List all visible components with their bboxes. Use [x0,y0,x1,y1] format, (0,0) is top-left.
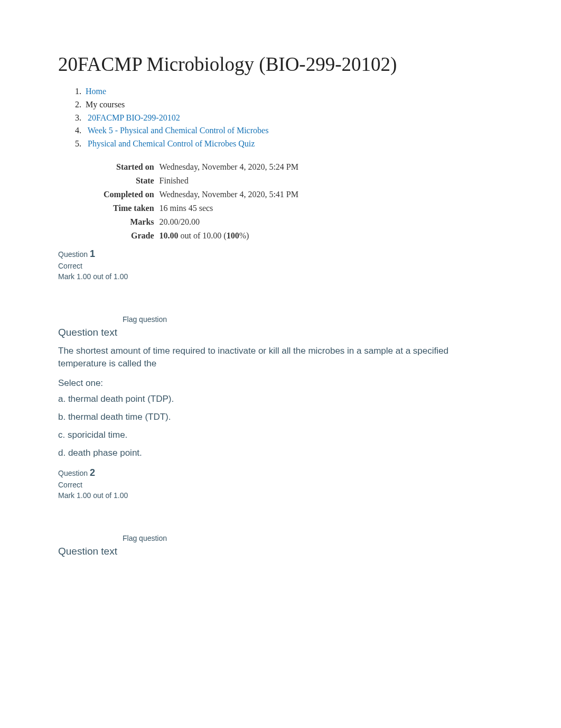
question-options: a. thermal death point (TDP). b. thermal… [58,394,503,458]
question-meta: Question 1 Correct Mark 1.00 out of 1.00 [58,247,503,282]
summary-row: Completed on Wednesday, November 4, 2020… [104,188,298,201]
summary-value: Finished [160,174,298,188]
question-state: Correct [58,481,82,489]
flag-question-link[interactable]: Flag question [123,315,167,324]
question-state: Correct [58,262,82,270]
breadcrumb-link-course[interactable]: 20FACMP BIO-299-20102 [88,113,180,122]
question-text-heading: Question text [58,546,503,557]
question-mark: Mark 1.00 out of 1.00 [58,272,128,281]
summary-value: Wednesday, November 4, 2020, 5:41 PM [160,188,298,201]
summary-value: 16 mins 45 secs [160,201,298,215]
summary-label: State [104,174,160,188]
breadcrumb: Home My courses 20FACMP BIO-299-20102 We… [70,85,503,151]
breadcrumb-item: Physical and Chemical Control of Microbe… [83,137,503,151]
breadcrumb-item: My courses [83,98,503,112]
breadcrumb-link-home[interactable]: Home [86,87,106,96]
question-text-heading: Question text [58,327,503,338]
breadcrumb-text-mycourses: My courses [86,100,125,109]
question-number: 2 [90,467,95,478]
summary-value-grade: 10.00 out of 10.00 (100%) [160,229,298,243]
breadcrumb-item: Home [83,85,503,98]
breadcrumb-item: 20FACMP BIO-299-20102 [83,112,503,125]
course-title: 20FACMP Microbiology (BIO-299-20102) [58,53,503,76]
question-number: 1 [90,248,95,259]
summary-label: Started on [104,160,160,174]
breadcrumb-item: Week 5 - Physical and Chemical Control o… [83,124,503,137]
summary-value: Wednesday, November 4, 2020, 5:24 PM [160,160,298,174]
breadcrumb-link-week[interactable]: Week 5 - Physical and Chemical Control o… [88,126,269,135]
summary-row-grade: Grade 10.00 out of 10.00 (100%) [104,229,298,243]
option[interactable]: a. thermal death point (TDP). [58,394,503,404]
option[interactable]: c. sporicidal time. [58,430,503,440]
summary-row: Time taken 16 mins 45 secs [104,201,298,215]
summary-row: State Finished [104,174,298,188]
select-one-label: Select one: [58,378,503,389]
summary-row: Started on Wednesday, November 4, 2020, … [104,160,298,174]
summary-label: Time taken [104,201,160,215]
breadcrumb-link-quiz[interactable]: Physical and Chemical Control of Microbe… [88,139,255,148]
option[interactable]: d. death phase point. [58,448,503,458]
question-mark: Mark 1.00 out of 1.00 [58,491,128,500]
question-label: Question [58,250,90,259]
summary-value: 20.00/20.00 [160,215,298,229]
flag-question-link[interactable]: Flag question [123,534,167,542]
summary-label: Grade [104,229,160,243]
question-label: Question [58,469,90,477]
summary-row: Marks 20.00/20.00 [104,215,298,229]
attempt-summary-table: Started on Wednesday, November 4, 2020, … [104,160,298,243]
summary-label: Completed on [104,188,160,201]
option[interactable]: b. thermal death time (TDT). [58,412,503,422]
question-prompt: The shortest amount of time required to … [58,345,497,371]
summary-label: Marks [104,215,160,229]
question-meta: Question 2 Correct Mark 1.00 out of 1.00 [58,466,503,501]
